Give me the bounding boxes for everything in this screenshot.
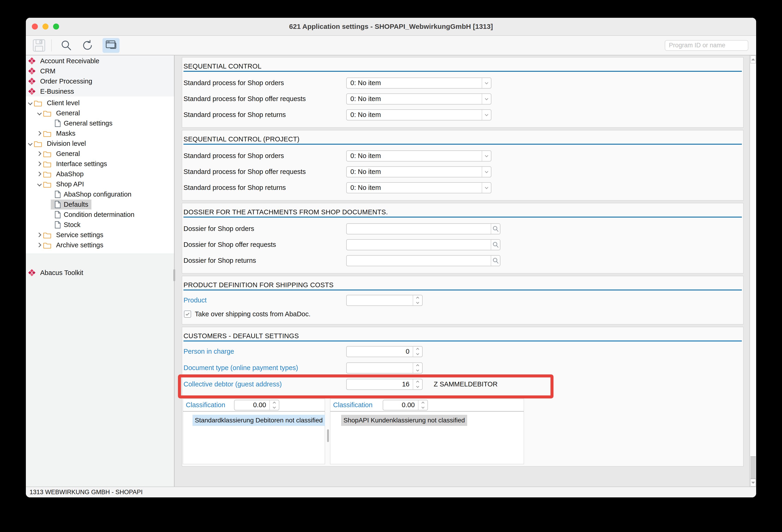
spinner-buttons[interactable]: [413, 363, 422, 373]
shipping-costs-checkbox[interactable]: [184, 310, 191, 318]
classification-panel-shopapi: Classification 0.00 ShopAPI Kundenklassi…: [330, 398, 524, 464]
folder-icon: [43, 181, 51, 188]
dropdown-button[interactable]: [482, 151, 491, 161]
lookup-field-dossier-for-shop-offer-requests[interactable]: [346, 239, 500, 250]
dropdown-button[interactable]: [482, 183, 491, 193]
folder-icon: [43, 130, 51, 137]
dropdown-button[interactable]: [482, 78, 491, 88]
chevron-right-icon[interactable]: [37, 233, 41, 237]
tree-item-division-level[interactable]: Division level: [26, 139, 174, 149]
lookup-button[interactable]: [491, 224, 500, 234]
tree-item-client-level[interactable]: Client level: [26, 98, 174, 108]
tree-item-masks[interactable]: Masks: [26, 128, 174, 139]
dropdown-button[interactable]: [482, 94, 491, 104]
folder-icon: [43, 160, 51, 167]
sidebar-module-crm[interactable]: CRM: [26, 66, 174, 76]
tree-item-condition-determination[interactable]: Condition determination: [26, 210, 174, 220]
classification-label[interactable]: Classification: [333, 401, 372, 409]
stepper-field-collective-debtor-guest-address-[interactable]: 16: [346, 379, 423, 390]
form-row: Dossier for Shop orders: [183, 221, 742, 237]
classification-stepper[interactable]: 0.00: [234, 400, 279, 410]
list-item[interactable]: Standardklassierung Debitoren not classi…: [192, 415, 325, 426]
scrollbar-thumb[interactable]: [750, 456, 756, 479]
dropdown-standard-process-for-shop-orders[interactable]: 0: No item: [346, 78, 491, 88]
field-label[interactable]: Product: [183, 297, 207, 304]
program-search-input[interactable]: [665, 40, 748, 51]
lookup-icon: [492, 257, 499, 264]
vertical-scrollbar[interactable]: [749, 55, 756, 487]
list-item[interactable]: ShopAPI Kundenklassierung not classified: [341, 415, 467, 426]
chevron-right-icon[interactable]: [37, 243, 41, 247]
lookup-button[interactable]: [491, 256, 500, 266]
spinner-buttons[interactable]: [413, 295, 422, 305]
close-button[interactable]: [32, 24, 38, 30]
lookup-field-dossier-for-shop-orders[interactable]: [346, 223, 500, 234]
scroll-down-button[interactable]: [750, 479, 756, 487]
stepper-field-document-type-online-payment-types-[interactable]: [346, 363, 423, 374]
dropdown-button[interactable]: [482, 167, 491, 177]
dropdown-standard-process-for-shop-offer-requests[interactable]: 0: No item: [346, 166, 491, 178]
chevron-right-icon[interactable]: [37, 131, 41, 136]
tree-item-service-settings[interactable]: Service settings: [26, 230, 174, 240]
field-label[interactable]: Collective debtor (guest address): [183, 380, 282, 388]
dropdown-standard-process-for-shop-offer-requests[interactable]: 0: No item: [346, 93, 491, 105]
save-icon[interactable]: [32, 39, 46, 52]
tree-item-archive-settings[interactable]: Archive settings: [26, 240, 174, 250]
section-title: PRODUCT DEFINITION FOR SHIPPING COSTS: [183, 276, 742, 286]
tree-item-shop-api[interactable]: Shop API: [26, 179, 174, 189]
spinner-buttons[interactable]: [418, 400, 427, 410]
dropdown-button[interactable]: [482, 110, 491, 120]
chevron-down-icon: [485, 169, 488, 173]
field-label[interactable]: Person in charge: [183, 348, 234, 355]
stepper-field-product[interactable]: [346, 295, 423, 306]
scroll-up-button[interactable]: [750, 55, 756, 64]
selected-tree-item[interactable]: Defaults: [51, 199, 92, 210]
dropdown-standard-process-for-shop-returns[interactable]: 0: No item: [346, 182, 491, 193]
chevron-right-icon[interactable]: [37, 172, 41, 176]
tree-item-abashop[interactable]: AbaShop: [26, 169, 174, 179]
spinner-buttons[interactable]: [270, 400, 279, 410]
form-row: Dossier for Shop returns: [183, 253, 742, 269]
minimize-button[interactable]: [42, 24, 48, 30]
dropdown-standard-process-for-shop-orders[interactable]: 0: No item: [346, 150, 491, 161]
classification-stepper[interactable]: 0.00: [383, 400, 428, 410]
section-customers-defaults: CUSTOMERS - DEFAULT SETTINGS Person in c…: [182, 327, 743, 466]
chevron-down-icon[interactable]: [37, 111, 41, 115]
field-label: Standard process for Shop returns: [183, 111, 286, 119]
window-manager-icon[interactable]: [103, 38, 119, 53]
tree-item-interface-settings[interactable]: Interface settings: [26, 159, 174, 169]
tree-item-defaults[interactable]: Defaults: [26, 199, 174, 210]
sidebar-module-order-processing[interactable]: Order Processing: [26, 76, 174, 86]
spinner-buttons[interactable]: [413, 379, 422, 389]
tree-item-abashop-configuration[interactable]: AbaShop configuration: [26, 189, 174, 199]
folder-icon: [34, 140, 42, 147]
field-label: Standard process for Shop orders: [183, 79, 284, 87]
chevron-right-icon[interactable]: [37, 162, 41, 166]
sidebar: Account ReceivableCRMOrder ProcessingE-B…: [26, 55, 175, 487]
field-label: Standard process for Shop offer requests: [183, 168, 306, 176]
spinner-buttons[interactable]: [413, 346, 422, 357]
stepper-field-person-in-charge[interactable]: 0: [346, 346, 423, 357]
chevron-down-icon[interactable]: [28, 101, 32, 105]
lookup-field-dossier-for-shop-returns[interactable]: [346, 255, 500, 266]
refresh-icon[interactable]: [81, 39, 94, 52]
maximize-button[interactable]: [53, 24, 59, 30]
tree-item-stock[interactable]: Stock: [26, 220, 174, 230]
search-icon[interactable]: [60, 39, 73, 52]
chevron-right-icon[interactable]: [37, 152, 41, 156]
sidebar-splitter-handle[interactable]: [173, 269, 175, 281]
dropdown-standard-process-for-shop-returns[interactable]: 0: No item: [346, 109, 491, 120]
classification-splitter-handle[interactable]: [327, 429, 329, 442]
tree-item-general[interactable]: General: [26, 149, 174, 159]
field-label: Dossier for Shop returns: [183, 257, 256, 264]
tree-item-general[interactable]: General: [26, 108, 174, 118]
sidebar-module-account-receivable[interactable]: Account Receivable: [26, 56, 174, 66]
chevron-down-icon[interactable]: [37, 182, 41, 186]
sidebar-item-abacus-toolkit[interactable]: Abacus Toolkit: [26, 268, 174, 278]
lookup-button[interactable]: [491, 240, 500, 250]
classification-label[interactable]: Classification: [186, 401, 225, 409]
tree-item-general-settings[interactable]: General settings: [26, 118, 174, 128]
field-label[interactable]: Document type (online payment types): [183, 364, 298, 372]
chevron-down-icon[interactable]: [28, 142, 32, 146]
sidebar-module-e-business[interactable]: E-Business: [26, 86, 174, 97]
